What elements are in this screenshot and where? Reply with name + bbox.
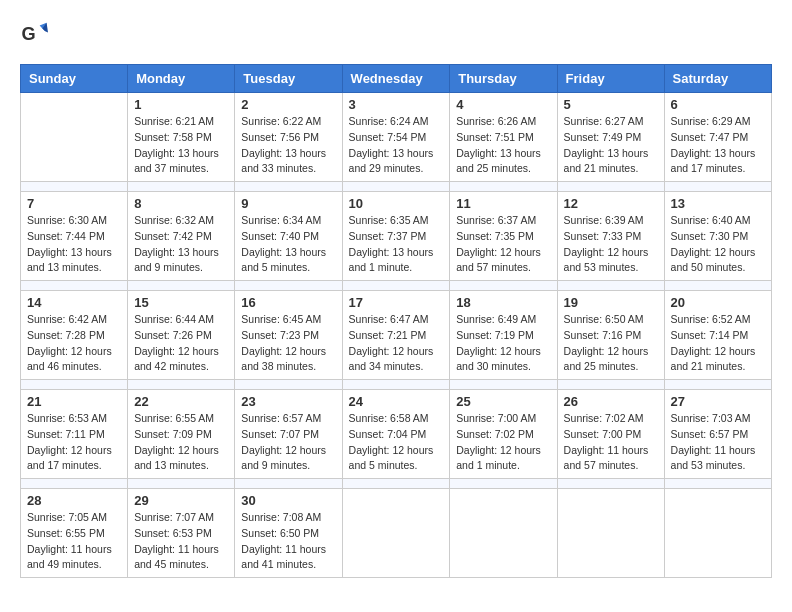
- day-info: Sunrise: 7:03 AMSunset: 6:57 PMDaylight:…: [671, 411, 765, 474]
- day-number: 19: [564, 295, 658, 310]
- calendar-cell: 27Sunrise: 7:03 AMSunset: 6:57 PMDayligh…: [664, 390, 771, 479]
- weekday-header: Thursday: [450, 65, 557, 93]
- weekday-header: Wednesday: [342, 65, 450, 93]
- separator-cell: [664, 182, 771, 192]
- day-info: Sunrise: 7:00 AMSunset: 7:02 PMDaylight:…: [456, 411, 550, 474]
- calendar-cell: 24Sunrise: 6:58 AMSunset: 7:04 PMDayligh…: [342, 390, 450, 479]
- calendar-cell: 14Sunrise: 6:42 AMSunset: 7:28 PMDayligh…: [21, 291, 128, 380]
- day-info: Sunrise: 6:47 AMSunset: 7:21 PMDaylight:…: [349, 312, 444, 375]
- separator-cell: [557, 281, 664, 291]
- separator-cell: [557, 182, 664, 192]
- day-number: 3: [349, 97, 444, 112]
- weekday-header: Saturday: [664, 65, 771, 93]
- logo: G: [20, 20, 52, 48]
- day-number: 10: [349, 196, 444, 211]
- day-info: Sunrise: 6:29 AMSunset: 7:47 PMDaylight:…: [671, 114, 765, 177]
- calendar-week-row: 21Sunrise: 6:53 AMSunset: 7:11 PMDayligh…: [21, 390, 772, 479]
- separator-cell: [450, 281, 557, 291]
- svg-text:G: G: [21, 24, 35, 44]
- calendar-cell: 11Sunrise: 6:37 AMSunset: 7:35 PMDayligh…: [450, 192, 557, 281]
- calendar-cell: 12Sunrise: 6:39 AMSunset: 7:33 PMDayligh…: [557, 192, 664, 281]
- day-number: 1: [134, 97, 228, 112]
- calendar-cell: 19Sunrise: 6:50 AMSunset: 7:16 PMDayligh…: [557, 291, 664, 380]
- calendar-week-row: 1Sunrise: 6:21 AMSunset: 7:58 PMDaylight…: [21, 93, 772, 182]
- calendar-week-row: 14Sunrise: 6:42 AMSunset: 7:28 PMDayligh…: [21, 291, 772, 380]
- separator-cell: [235, 182, 342, 192]
- separator-cell: [342, 182, 450, 192]
- calendar-cell: 30Sunrise: 7:08 AMSunset: 6:50 PMDayligh…: [235, 489, 342, 578]
- calendar-cell: 8Sunrise: 6:32 AMSunset: 7:42 PMDaylight…: [128, 192, 235, 281]
- day-number: 20: [671, 295, 765, 310]
- day-info: Sunrise: 7:05 AMSunset: 6:55 PMDaylight:…: [27, 510, 121, 573]
- calendar-cell: [21, 93, 128, 182]
- calendar-cell: 29Sunrise: 7:07 AMSunset: 6:53 PMDayligh…: [128, 489, 235, 578]
- separator-cell: [21, 380, 128, 390]
- day-info: Sunrise: 6:45 AMSunset: 7:23 PMDaylight:…: [241, 312, 335, 375]
- day-number: 14: [27, 295, 121, 310]
- day-number: 27: [671, 394, 765, 409]
- day-number: 26: [564, 394, 658, 409]
- separator-cell: [450, 479, 557, 489]
- weekday-header: Friday: [557, 65, 664, 93]
- calendar-cell: 5Sunrise: 6:27 AMSunset: 7:49 PMDaylight…: [557, 93, 664, 182]
- calendar-cell: 25Sunrise: 7:00 AMSunset: 7:02 PMDayligh…: [450, 390, 557, 479]
- day-info: Sunrise: 6:34 AMSunset: 7:40 PMDaylight:…: [241, 213, 335, 276]
- day-info: Sunrise: 6:58 AMSunset: 7:04 PMDaylight:…: [349, 411, 444, 474]
- calendar-cell: 18Sunrise: 6:49 AMSunset: 7:19 PMDayligh…: [450, 291, 557, 380]
- calendar-cell: 28Sunrise: 7:05 AMSunset: 6:55 PMDayligh…: [21, 489, 128, 578]
- calendar-cell: 9Sunrise: 6:34 AMSunset: 7:40 PMDaylight…: [235, 192, 342, 281]
- calendar-cell: 4Sunrise: 6:26 AMSunset: 7:51 PMDaylight…: [450, 93, 557, 182]
- separator-cell: [235, 281, 342, 291]
- day-info: Sunrise: 6:55 AMSunset: 7:09 PMDaylight:…: [134, 411, 228, 474]
- separator-cell: [664, 479, 771, 489]
- logo-icon: G: [20, 20, 48, 48]
- day-number: 22: [134, 394, 228, 409]
- separator-cell: [557, 380, 664, 390]
- day-info: Sunrise: 6:32 AMSunset: 7:42 PMDaylight:…: [134, 213, 228, 276]
- page-header: G: [20, 20, 772, 48]
- calendar-cell: 26Sunrise: 7:02 AMSunset: 7:00 PMDayligh…: [557, 390, 664, 479]
- day-number: 7: [27, 196, 121, 211]
- calendar-cell: 13Sunrise: 6:40 AMSunset: 7:30 PMDayligh…: [664, 192, 771, 281]
- day-number: 12: [564, 196, 658, 211]
- day-info: Sunrise: 6:52 AMSunset: 7:14 PMDaylight:…: [671, 312, 765, 375]
- separator-cell: [450, 182, 557, 192]
- day-number: 13: [671, 196, 765, 211]
- separator-cell: [21, 182, 128, 192]
- day-info: Sunrise: 6:27 AMSunset: 7:49 PMDaylight:…: [564, 114, 658, 177]
- day-number: 28: [27, 493, 121, 508]
- day-number: 23: [241, 394, 335, 409]
- day-info: Sunrise: 6:49 AMSunset: 7:19 PMDaylight:…: [456, 312, 550, 375]
- calendar-cell: [664, 489, 771, 578]
- calendar-cell: 1Sunrise: 6:21 AMSunset: 7:58 PMDaylight…: [128, 93, 235, 182]
- calendar-cell: 22Sunrise: 6:55 AMSunset: 7:09 PMDayligh…: [128, 390, 235, 479]
- calendar-week-row: 7Sunrise: 6:30 AMSunset: 7:44 PMDaylight…: [21, 192, 772, 281]
- calendar-cell: 16Sunrise: 6:45 AMSunset: 7:23 PMDayligh…: [235, 291, 342, 380]
- calendar-table: SundayMondayTuesdayWednesdayThursdayFrid…: [20, 64, 772, 578]
- day-number: 29: [134, 493, 228, 508]
- day-info: Sunrise: 6:21 AMSunset: 7:58 PMDaylight:…: [134, 114, 228, 177]
- calendar-header-row: SundayMondayTuesdayWednesdayThursdayFrid…: [21, 65, 772, 93]
- day-info: Sunrise: 6:39 AMSunset: 7:33 PMDaylight:…: [564, 213, 658, 276]
- week-separator: [21, 281, 772, 291]
- separator-cell: [128, 281, 235, 291]
- weekday-header: Monday: [128, 65, 235, 93]
- day-info: Sunrise: 6:22 AMSunset: 7:56 PMDaylight:…: [241, 114, 335, 177]
- separator-cell: [128, 380, 235, 390]
- day-number: 16: [241, 295, 335, 310]
- day-info: Sunrise: 6:42 AMSunset: 7:28 PMDaylight:…: [27, 312, 121, 375]
- separator-cell: [664, 380, 771, 390]
- calendar-cell: 17Sunrise: 6:47 AMSunset: 7:21 PMDayligh…: [342, 291, 450, 380]
- calendar-cell: 7Sunrise: 6:30 AMSunset: 7:44 PMDaylight…: [21, 192, 128, 281]
- day-info: Sunrise: 6:24 AMSunset: 7:54 PMDaylight:…: [349, 114, 444, 177]
- day-info: Sunrise: 7:02 AMSunset: 7:00 PMDaylight:…: [564, 411, 658, 474]
- day-number: 25: [456, 394, 550, 409]
- week-separator: [21, 380, 772, 390]
- day-info: Sunrise: 7:08 AMSunset: 6:50 PMDaylight:…: [241, 510, 335, 573]
- calendar-cell: 20Sunrise: 6:52 AMSunset: 7:14 PMDayligh…: [664, 291, 771, 380]
- day-number: 18: [456, 295, 550, 310]
- day-number: 11: [456, 196, 550, 211]
- separator-cell: [342, 281, 450, 291]
- day-number: 21: [27, 394, 121, 409]
- day-number: 4: [456, 97, 550, 112]
